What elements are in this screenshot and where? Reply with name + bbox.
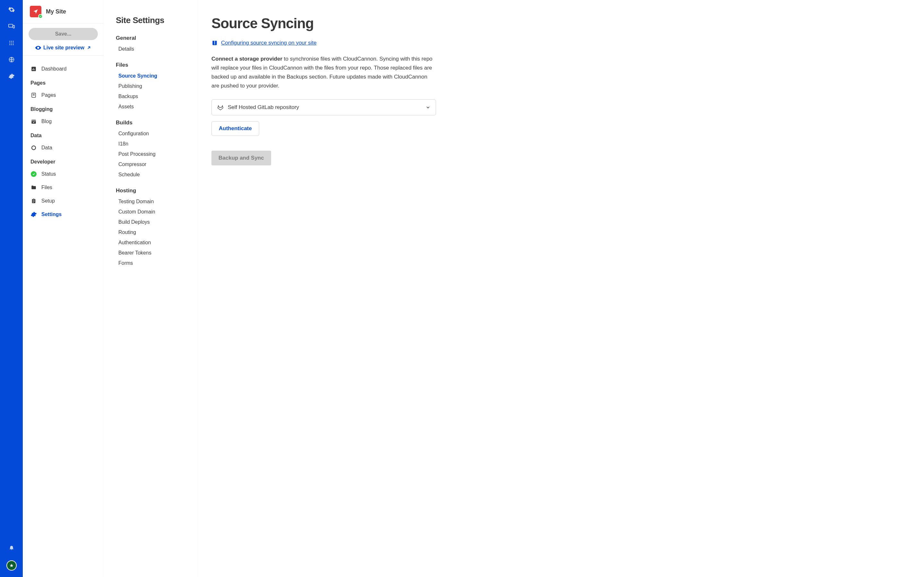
settings-item-schedule[interactable]: Schedule [116,169,187,180]
page-title: Source Syncing [212,15,910,31]
nav-blog-label: Blog [41,119,52,124]
svg-point-11 [13,44,13,45]
nav-files[interactable]: Files [28,181,99,194]
site-sidebar: My Site Save... Live site preview Dashbo… [23,0,103,577]
gear-icon[interactable] [8,73,15,80]
settings-item-routing[interactable]: Routing [116,227,187,237]
provider-select[interactable]: Self Hosted GitLab repository [212,99,436,115]
settings-item-details[interactable]: Details [116,44,187,54]
book-icon [212,40,218,46]
settings-item-build-deploys[interactable]: Build Deploys [116,217,187,227]
nav-section-blogging: Blogging [28,102,99,115]
settings-group-files: Files [116,62,187,68]
svg-point-7 [11,43,12,44]
settings-item-testing-domain[interactable]: Testing Domain [116,197,187,207]
description: Connect a storage provider to synchronis… [212,55,436,90]
settings-item-authentication[interactable]: Authentication [116,237,187,248]
site-nav: Dashboard Pages Pages Blogging Blog Data… [23,56,103,577]
nav-blog[interactable]: Blog [28,115,99,128]
svg-point-10 [11,44,12,45]
nav-setup-label: Setup [41,198,55,204]
apps-icon[interactable] [8,39,15,47]
settings-item-source-syncing[interactable]: Source Syncing [116,71,187,81]
svg-point-6 [9,43,10,44]
provider-label: Self Hosted GitLab repository [228,104,299,111]
dashboard-icon [31,66,37,72]
calendar-icon [31,118,37,125]
svg-rect-1 [8,24,13,27]
svg-point-8 [13,43,13,44]
clipboard-icon [31,198,37,204]
nav-files-label: Files [41,185,52,190]
bell-icon[interactable] [8,544,15,551]
nav-data-label: Data [41,145,52,151]
site-title: My Site [46,8,66,15]
svg-point-3 [9,41,10,42]
svg-rect-21 [33,199,35,200]
settings-group-builds: Builds [116,119,187,126]
settings-item-compressor[interactable]: Compressor [116,159,187,169]
svg-point-0 [10,8,13,11]
page-icon [31,92,37,98]
svg-rect-15 [33,68,34,70]
nav-settings-label: Settings [41,211,61,218]
cloudcannon-logo-icon[interactable] [8,6,15,13]
settings-item-custom-domain[interactable]: Custom Domain [116,207,187,217]
donut-icon [31,145,37,151]
settings-item-publishing[interactable]: Publishing [116,81,187,91]
devices-icon[interactable] [8,23,15,30]
save-button[interactable]: Save... [29,28,98,40]
chevron-down-icon [425,105,431,110]
main-content: Source Syncing Configuring source syncin… [197,0,924,577]
nav-section-developer: Developer [28,155,99,167]
settings-item-post-processing[interactable]: Post Processing [116,149,187,159]
backup-sync-button[interactable]: Backup and Sync [212,151,271,165]
nav-pages[interactable]: Pages [28,89,99,102]
nav-section-data: Data [28,128,99,141]
gear-icon [31,211,37,218]
globe-icon[interactable] [8,56,15,63]
check-badge-icon [38,14,43,19]
settings-sidebar: Site Settings General Details Files Sour… [103,0,197,577]
svg-point-9 [9,44,10,45]
nav-settings[interactable]: Settings [28,208,99,221]
svg-rect-14 [32,69,33,70]
settings-item-backups[interactable]: Backups [116,91,187,102]
svg-rect-16 [34,69,35,70]
svg-rect-18 [31,120,36,124]
nav-data[interactable]: Data [28,141,99,155]
settings-item-assets[interactable]: Assets [116,102,187,112]
nav-setup[interactable]: Setup [28,194,99,208]
settings-title: Site Settings [116,15,187,25]
doc-link-label: Configuring source syncing on your site [221,40,317,46]
site-header: My Site [23,0,103,23]
status-icon [31,171,37,177]
nav-dashboard-label: Dashboard [41,66,66,72]
live-preview-label: Live site preview [43,45,84,51]
settings-item-i18n[interactable]: I18n [116,139,187,149]
nav-status-label: Status [41,171,56,177]
nav-section-pages: Pages [28,76,99,89]
nav-rail [0,0,23,577]
nav-pages-label: Pages [41,92,56,98]
settings-group-general: General [116,35,187,41]
settings-group-hosting: Hosting [116,187,187,194]
nav-dashboard[interactable]: Dashboard [28,62,99,76]
site-logo-icon [30,6,41,17]
description-strong: Connect a storage provider [212,56,282,62]
settings-item-bearer-tokens[interactable]: Bearer Tokens [116,248,187,258]
folder-icon [31,184,37,191]
authenticate-button[interactable]: Authenticate [212,121,259,136]
settings-item-forms[interactable]: Forms [116,258,187,268]
settings-item-configuration[interactable]: Configuration [116,129,187,139]
svg-point-5 [13,41,13,42]
gitlab-icon [217,104,224,111]
svg-rect-2 [13,25,15,28]
svg-point-4 [11,41,12,42]
live-preview-link[interactable]: Live site preview [29,45,98,51]
nav-status[interactable]: Status [28,167,99,181]
user-badge-icon[interactable] [6,560,17,571]
svg-point-19 [32,146,36,150]
doc-link[interactable]: Configuring source syncing on your site [212,40,910,46]
save-area: Save... Live site preview [23,23,103,56]
